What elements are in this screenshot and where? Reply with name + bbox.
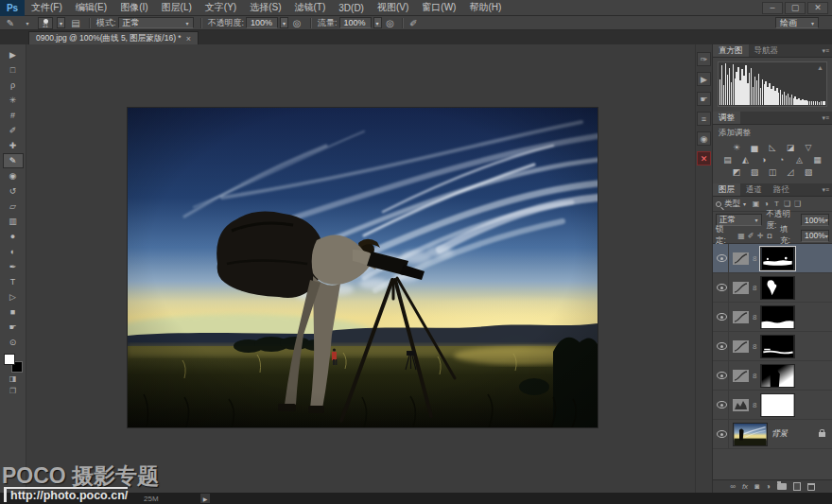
minimize-button[interactable]: – (762, 2, 783, 14)
color-balance-adjustment-icon[interactable]: ◭ (739, 154, 752, 165)
layer-row-curves-5[interactable]: 8 (713, 244, 832, 273)
color-swatches[interactable] (4, 354, 23, 373)
curves-layer-icon[interactable] (733, 282, 749, 294)
vibrance-adjustment-icon[interactable]: ▽ (803, 142, 815, 152)
background-layer-thumbnail[interactable] (733, 423, 768, 446)
layer-mask-thumbnail[interactable] (760, 247, 795, 270)
mask-link-icon[interactable]: 8 (753, 254, 756, 263)
tool-presets-panel-icon[interactable]: ☛ (697, 92, 711, 106)
brightness-contrast-adjustment-icon[interactable]: ☀ (731, 142, 743, 152)
color-lookup-adjustment-icon[interactable]: ▦ (811, 154, 823, 165)
brush-size-preview[interactable]: 21 (38, 17, 53, 29)
delete-layer-icon[interactable] (807, 483, 815, 491)
menu-item-edit[interactable]: 编辑(E) (69, 0, 113, 15)
photo-filter-adjustment-icon[interactable]: ◔ (775, 154, 788, 165)
marquee-tool[interactable]: □ (3, 62, 24, 78)
gradient-map-adjustment-icon[interactable]: ◿ (785, 166, 797, 177)
panel-menu-icon[interactable]: ▾≡ (822, 114, 832, 122)
path-selection-tool[interactable]: ▷ (3, 289, 24, 304)
layer-row-background[interactable]: 背景 (713, 420, 832, 449)
document-tab[interactable]: 0900.jpg @ 100%(曲线 5, 图层蒙版/16) * × (28, 31, 199, 44)
menu-item-file[interactable]: 文件(F) (25, 0, 69, 15)
mask-link-icon[interactable]: 8 (753, 372, 756, 380)
menu-item-window[interactable]: 窗口(W) (415, 0, 462, 15)
layer-visibility-icon[interactable] (717, 401, 727, 408)
eraser-tool[interactable]: ▱ (3, 199, 24, 214)
tab-layers[interactable]: 图层 (713, 183, 740, 196)
chevron-down-icon[interactable]: ▾ (743, 200, 746, 207)
brush-tool[interactable]: ✎ (3, 153, 24, 168)
close-button[interactable]: ✕ (807, 2, 828, 14)
opacity-arrow-icon[interactable]: ▾ (280, 17, 288, 28)
mask-link-icon[interactable]: 8 (753, 401, 756, 409)
move-tool[interactable]: ▶ (3, 47, 24, 62)
mask-link-icon[interactable]: 8 (753, 342, 756, 351)
tool-preset-arrow-icon[interactable]: ▾ (21, 20, 34, 26)
tablet-pressure-size-icon[interactable]: ✐ (407, 18, 421, 28)
layer-visibility-icon[interactable] (717, 342, 727, 350)
panel-menu-icon[interactable]: ▾≡ (822, 47, 832, 55)
filter-smart-objects-icon[interactable]: ❑ (792, 200, 803, 208)
mask-link-icon[interactable]: 8 (753, 284, 756, 292)
layer-opacity-input[interactable]: 100% ▾ (801, 214, 829, 226)
workspace-switcher[interactable]: 绘画 ▾ (775, 17, 819, 28)
airbrush-icon[interactable]: ◎ (384, 18, 397, 28)
menu-item-help[interactable]: 帮助(H) (462, 0, 508, 15)
filter-type-layers-icon[interactable]: T (771, 200, 782, 208)
adjust-sliders-panel-icon[interactable]: ≡ (697, 112, 711, 126)
layer-mask-thumbnail[interactable] (760, 276, 795, 300)
status-expand-arrow-icon[interactable]: ▶ (200, 494, 210, 503)
layer-visibility-icon[interactable] (717, 254, 727, 262)
screen-mode-button[interactable]: ❐ (3, 385, 24, 397)
zoom-tool[interactable]: ⊙ (3, 335, 24, 350)
layer-style-icon[interactable]: fx (742, 482, 748, 491)
curves-layer-icon[interactable] (733, 340, 749, 353)
clone-source-panel-icon[interactable]: ◉ (697, 131, 711, 146)
layer-row-curves-4[interactable]: 8 (713, 273, 832, 303)
layer-fill-input[interactable]: 100% ▾ (801, 230, 829, 242)
layer-row-curves-1[interactable]: 8 (713, 361, 832, 391)
filter-adjustment-layers-icon[interactable]: ◑ (761, 200, 771, 208)
pen-tool[interactable]: ✒ (3, 259, 24, 274)
add-layer-mask-icon[interactable]: ◙ (754, 482, 759, 491)
curves-layer-icon[interactable] (733, 370, 749, 382)
photo-canvas[interactable] (128, 108, 598, 427)
new-group-icon[interactable] (777, 483, 787, 490)
lock-paint-icon[interactable]: ✐ (746, 232, 755, 240)
healing-brush-tool[interactable]: ✚ (3, 138, 24, 153)
levels-layer-icon[interactable] (733, 399, 749, 411)
menu-item-image[interactable]: 图像(I) (113, 0, 154, 15)
lock-position-icon[interactable]: ✛ (755, 232, 765, 240)
foreground-color-swatch[interactable] (4, 354, 15, 365)
mask-link-icon[interactable]: 8 (753, 313, 756, 322)
curves-layer-icon[interactable] (733, 252, 749, 265)
layer-row-levels-1[interactable]: 8 (713, 391, 832, 420)
layer-visibility-icon[interactable] (717, 313, 727, 321)
channel-mixer-adjustment-icon[interactable]: ◬ (793, 154, 806, 165)
brush-picker-arrow-icon[interactable]: ▾ (57, 17, 65, 28)
panel-menu-icon[interactable]: ▾≡ (822, 186, 832, 194)
menu-item-select[interactable]: 选择(S) (243, 0, 287, 15)
hue-saturation-adjustment-icon[interactable]: ▤ (721, 154, 734, 165)
opacity-input[interactable]: 100% (246, 17, 278, 28)
crop-tool[interactable]: # (3, 108, 24, 123)
actions-panel-icon[interactable]: ▶ (697, 72, 711, 86)
lock-all-icon[interactable]: ◘ (765, 232, 774, 240)
threshold-adjustment-icon[interactable]: ◫ (767, 166, 779, 177)
menu-item-3d[interactable]: 3D(D) (332, 0, 371, 15)
tab-adjustments[interactable]: 调整 (713, 112, 740, 124)
lock-transparency-icon[interactable]: ▦ (737, 232, 746, 240)
menu-item-view[interactable]: 视图(V) (371, 0, 415, 15)
tablet-pressure-opacity-icon[interactable]: ◎ (290, 18, 303, 28)
layer-mask-thumbnail[interactable] (760, 364, 795, 388)
canvas-area[interactable] (26, 44, 695, 493)
flow-input[interactable]: 100% (339, 17, 372, 28)
cached-data-warning-icon[interactable]: ▲ (817, 64, 823, 71)
new-adjustment-layer-icon[interactable]: ◑ (766, 482, 771, 491)
tab-channels[interactable]: 通道 (740, 183, 768, 196)
history-brush-tool[interactable]: ↺ (3, 183, 24, 199)
layer-row-curves-2[interactable]: 8 (713, 332, 832, 361)
curves-adjustment-icon[interactable]: ◺ (767, 142, 779, 152)
layer-visibility-icon[interactable] (717, 284, 727, 291)
layer-mask-thumbnail[interactable] (760, 335, 795, 358)
